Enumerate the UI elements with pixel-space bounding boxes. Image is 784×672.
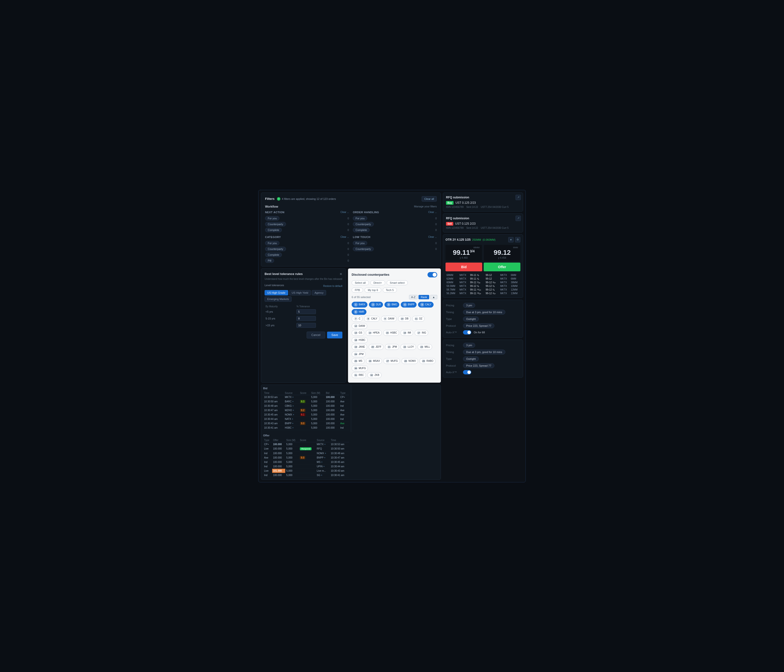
filter-tag[interactable]: Counterparty [353,247,374,251]
cp-chip-bnpp[interactable]: 4 BNPP [401,302,417,308]
filter-tag[interactable]: Pill [265,258,274,263]
tab-us-high-grade[interactable]: US High Grade [264,290,288,296]
filter-tag[interactable]: Counterparty [353,222,374,226]
cp-chip-mufg2[interactable]: 30MUFG [352,366,368,371]
pricing-value-2: 3 pm [463,343,475,348]
rfq-meta-1: ISIN 123456789 Sent 14:22 UST7.254 04/20… [446,206,520,208]
rfq-expand-button-2[interactable]: ↗ [515,216,521,221]
cp-chip-jeff[interactable]: 20JEFF [369,344,384,350]
otr-dropdown-button[interactable]: ▼ [508,237,513,243]
cp-chip-msax[interactable]: 26MSAX [366,358,382,364]
cp-chip-ms[interactable]: 25MS [352,358,364,364]
filter-clear-order-handling[interactable]: Clear ... [428,211,437,213]
protocol-label-2: Protocol [446,364,460,367]
filter-tag[interactable]: For you [265,241,279,245]
cp-chip-barx[interactable]: 1 BARX [352,302,367,308]
bid-button[interactable]: Bid [445,263,482,271]
cp-chip-hsbc2[interactable]: 18HSBC [352,337,368,343]
other-chips-row-2: 13GS 14HPEA 15HSBC 16IMI 17ING 18HSBC [352,330,437,343]
tolerance-title: Best level tolerance rules [264,272,303,276]
bid-table: Time Source Score Size (M) Bid Type 10:3… [263,391,349,430]
cp-chip-caly2[interactable]: 8CALY [364,316,380,322]
cp-toggle[interactable] [428,272,437,277]
other-chips-row-4: 25MS 26MSAX 27MUFG 28NOMX 29RABO 30MUFG [352,358,437,371]
cp-chip-bmo[interactable]: 3 BMO [384,302,399,308]
tolerance-restore-link[interactable]: Restore to default [323,285,342,287]
tab-us-high-yield[interactable]: US High Yield [289,290,311,296]
cp-chip-mufg[interactable]: 27MUFG [384,358,400,364]
filter-clear-low-touch[interactable]: Clear ... [428,236,437,238]
tolerance-close-button[interactable]: ✕ [339,272,342,276]
cp-chip-nmr[interactable]: 6 NMR [352,309,367,315]
bid-side: Bid Time Source Score Size (M) Bid Type [261,385,351,432]
filter-tag[interactable]: For you [353,241,367,245]
filter-tag[interactable]: Complete [265,253,282,257]
offer-button[interactable]: Offer [484,263,520,271]
cp-chip-dlr[interactable]: 2 DLR [369,302,383,308]
filter-tag[interactable]: Complete [353,228,370,232]
otr-settings-button[interactable]: ⚙ [515,237,520,243]
cp-chip-dz[interactable]: 11DZ [412,316,425,322]
cp-chip-nomx[interactable]: 28NOMX [401,358,418,364]
my-top-6-tag[interactable]: My top 6 [364,288,381,292]
rfq-expand-button-1[interactable]: ↗ [515,195,521,200]
rfq-card-1: ↗ RFQ submission Buy UST 0.125 2/23 ISIN… [443,193,523,212]
filter-tag[interactable]: Complete [265,228,282,232]
filter-tag[interactable]: Counterparty [265,222,286,226]
sort-az-button[interactable]: A-Z [409,295,418,299]
cp-chip-hsbc[interactable]: 15HSBC [383,330,399,336]
selected-chips-row: 1 BARX 2 DLR 3 BMO 4 BNPP [352,302,437,315]
filter-tag[interactable]: For you [265,216,279,221]
fpb-tag[interactable]: FPB [352,288,363,292]
cp-chip-daiw[interactable]: 9DAIW [381,316,397,322]
cancel-button[interactable]: Cancel [306,331,325,338]
cp-chip-c[interactable]: 7C [352,316,362,322]
cp-chip-hpea[interactable]: 14HPEA [366,330,381,336]
cp-chip-db[interactable]: 10DB [398,316,411,322]
cp-collapse-button[interactable]: ▲ [430,295,437,299]
cp-chip-ing[interactable]: 17ING [415,330,428,336]
maturity-label: >15 yrs [264,322,296,329]
filter-clear-next-action[interactable]: Clear ... [341,211,349,213]
blotter-divider [351,385,351,432]
filter-clear-category[interactable]: Clear ... [341,236,349,238]
cp-chip-jpm2[interactable]: 24JPM [352,351,366,357]
auto-x-toggle[interactable] [463,330,471,334]
smart-select-button[interactable]: Smart select [387,280,408,285]
tolerance-input-0[interactable] [296,309,316,314]
direct-plus-button[interactable]: Direct+ [370,280,385,285]
left-panel: Filters ✓ 4 filters are applied, showing… [261,193,441,480]
cp-chip-daiw2[interactable]: 12DAIW [352,323,367,329]
cp-tag-row: FPB My top 6 Tech 5 [352,288,437,292]
cp-chip-imi[interactable]: 16IMI [400,330,413,336]
cp-chip-mill[interactable]: 23MILL [417,344,432,350]
save-button[interactable]: Save [327,331,342,338]
select-all-button[interactable]: Select all [352,280,369,285]
tab-emerging-markets[interactable]: Emerging Markets [264,296,292,302]
cp-chip-caly[interactable]: 5 CALY [418,302,433,308]
cp-chip-jane[interactable]: 19JANE [352,344,367,350]
timing-value: Due at 3 pm, good for 10 mins [463,310,505,314]
table-row: 10:30:50 am BARC + 9.3 5,000 100.000 Axe [263,399,349,404]
respond-button[interactable]: Respond [300,447,311,450]
filters-panel: Filters ✓ 4 filters are applied, showing… [261,193,441,266]
auto-x-toggle-2[interactable] [463,370,471,375]
cp-chip-lloy[interactable]: 22LLOY [400,344,416,350]
tech-5-tag[interactable]: Tech 5 [383,288,397,292]
filter-tag[interactable]: For you [353,216,367,221]
sort-rank-button[interactable]: Rank [418,295,429,299]
tolerance-input-1[interactable] [296,316,316,321]
tolerance-input-2[interactable] [296,323,316,328]
cp-chip-jpm[interactable]: 21JPM [385,344,399,350]
maturity-label: 5-15 yrs [264,315,296,322]
col-size: Size (M) [310,391,325,395]
cp-chip-gs[interactable]: 13GS [352,330,364,336]
clear-all-button[interactable]: Clear all [422,196,437,202]
cp-chip-rabo[interactable]: 29RABO [420,358,436,364]
cp-chip-rbc[interactable]: 31RBC [352,372,366,378]
filters-title: Filters [265,197,275,201]
tab-agency[interactable]: Agency [312,290,326,296]
workflow-label: Workflow [265,205,278,208]
filter-tag[interactable]: Counterparty [265,247,286,251]
cp-chip-zkb[interactable]: 32ZKB [367,372,381,378]
